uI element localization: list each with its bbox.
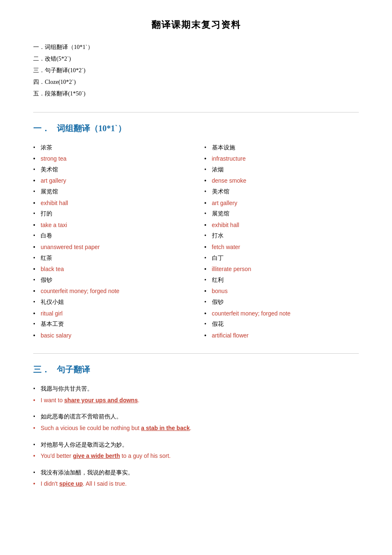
toc-item-3: 三．句子翻译(10*2`) bbox=[33, 65, 359, 76]
toc-item-1: 一．词组翻译（10*1`） bbox=[33, 42, 359, 53]
sentence-block-0: 我愿与你共甘共苦。I want to share your ups and do… bbox=[33, 384, 359, 406]
vocab-right-en-1: dense smoke bbox=[205, 175, 359, 186]
table-of-contents: 一．词组翻译（10*1`） 二．改错(5*2`) 三．句子翻译(10*2`) 四… bbox=[33, 42, 359, 100]
vocab-left-zh-5: 红茶 bbox=[33, 253, 188, 264]
vocab-right-zh-4: 打水 bbox=[205, 230, 359, 242]
section3-num: 三． bbox=[33, 365, 50, 374]
vocab-left-list: 浓茶strong tea美术馆art gallery展览馆exhibit hal… bbox=[33, 142, 188, 341]
vocab-left-zh-3: 打的 bbox=[33, 208, 188, 220]
toc-item-5: 五．段落翻译(1*50`) bbox=[33, 88, 359, 100]
vocab-right-zh-7: 假钞 bbox=[205, 297, 359, 308]
toc-item-4: 四．Cloze(10*2`) bbox=[33, 76, 359, 88]
section3-title: 三． 句子翻译 bbox=[33, 362, 359, 377]
vocab-left-zh-0: 浓茶 bbox=[33, 142, 188, 154]
vocab-right-zh-6: 红利 bbox=[205, 275, 359, 286]
vocab-left-en-1: art gallery bbox=[33, 175, 188, 186]
vocab-right-en-8: artificial flower bbox=[205, 330, 359, 341]
vocab-left-col: 浓茶strong tea美术馆art gallery展览馆exhibit hal… bbox=[33, 142, 188, 341]
vocab-left-en-0: strong tea bbox=[33, 153, 188, 164]
vocab-left-zh-8: 基本工资 bbox=[33, 319, 188, 330]
sentence-en-1: Such a vicious lie could be nothing but … bbox=[33, 423, 359, 434]
sentence-blocks: 我愿与你共甘共苦。I want to share your ups and do… bbox=[33, 384, 359, 489]
vocab-right-en-6: bonus bbox=[205, 286, 359, 297]
sentence-block-3: 我没有添油加醋，我说的都是事实。I didn't spice up. All I… bbox=[33, 467, 359, 489]
divider-2 bbox=[33, 353, 359, 354]
vocab-left-en-8: basic salary bbox=[33, 330, 188, 341]
sentence-block-2: 对他那号人你还是敬而远之为妙。You'd better give a wide … bbox=[33, 440, 359, 462]
vocab-right-zh-0: 基本设施 bbox=[205, 142, 359, 154]
vocab-left-zh-6: 假钞 bbox=[33, 275, 188, 286]
vocab-left-en-2: exhibit hall bbox=[33, 198, 188, 209]
sentence-zh-3: 我没有添油加醋，我说的都是事实。 bbox=[33, 467, 359, 479]
vocab-right-zh-5: 白丁 bbox=[205, 253, 359, 264]
vocab-right-en-3: exhibit hall bbox=[205, 220, 359, 231]
divider-1 bbox=[33, 112, 359, 112]
section1-text: 词组翻译（10*1`） bbox=[57, 124, 126, 133]
vocab-right-en-5: illiterate person bbox=[205, 264, 359, 275]
vocab-left-en-6: counterfeit money; forged note bbox=[33, 286, 188, 297]
sentence-en-3: I didn't spice up. All I said is true. bbox=[33, 478, 359, 489]
section3-text: 句子翻译 bbox=[57, 365, 90, 374]
section1-title: 一． 词组翻译（10*1`） bbox=[33, 121, 359, 136]
vocab-right-en-2: art gallery bbox=[205, 198, 359, 209]
vocab-right-zh-2: 美术馆 bbox=[205, 186, 359, 198]
vocab-left-en-5: black tea bbox=[33, 264, 188, 275]
vocab-left-zh-2: 展览馆 bbox=[33, 186, 188, 198]
vocab-right-zh-1: 浓烟 bbox=[205, 164, 359, 176]
sentence-zh-0: 我愿与你共甘共苦。 bbox=[33, 384, 359, 395]
sentence-zh-1: 如此恶毒的谎言不啻暗箭伤人。 bbox=[33, 411, 359, 423]
sentence-en-2: You'd better give a wide berth to a guy … bbox=[33, 450, 359, 462]
vocab-left-zh-7: 礼仪小姐 bbox=[33, 297, 188, 308]
sentence-block-1: 如此恶毒的谎言不啻暗箭伤人。Such a vicious lie could b… bbox=[33, 411, 359, 433]
section3-container: 三． 句子翻译 我愿与你共甘共苦。I want to share your up… bbox=[33, 362, 359, 489]
vocab-right-list: 基本设施infrastructure浓烟dense smoke美术馆art ga… bbox=[205, 142, 359, 341]
sentence-en-0: I want to share your ups and downs. bbox=[33, 395, 359, 406]
toc-item-2: 二．改错(5*2`) bbox=[33, 53, 359, 65]
vocab-right-en-7: counterfeit money; forged note bbox=[205, 308, 359, 319]
vocab-right-col: 基本设施infrastructure浓烟dense smoke美术馆art ga… bbox=[205, 142, 359, 341]
vocab-left-en-4: unanswered test paper bbox=[33, 242, 188, 253]
page-title: 翻译课期末复习资料 bbox=[33, 17, 359, 33]
section1-num: 一． bbox=[33, 124, 50, 133]
sentence-zh-2: 对他那号人你还是敬而远之为妙。 bbox=[33, 440, 359, 451]
vocab-two-col: 浓茶strong tea美术馆art gallery展览馆exhibit hal… bbox=[33, 142, 359, 341]
vocab-left-en-3: take a taxi bbox=[33, 220, 188, 231]
vocab-right-zh-8: 假花 bbox=[205, 319, 359, 330]
vocab-right-zh-3: 展览馆 bbox=[205, 208, 359, 220]
vocab-left-en-7: ritual girl bbox=[33, 308, 188, 319]
vocab-left-zh-1: 美术馆 bbox=[33, 164, 188, 176]
vocab-right-en-0: infrastructure bbox=[205, 153, 359, 164]
vocab-left-zh-4: 白卷 bbox=[33, 230, 188, 242]
vocab-right-en-4: fetch water bbox=[205, 242, 359, 253]
